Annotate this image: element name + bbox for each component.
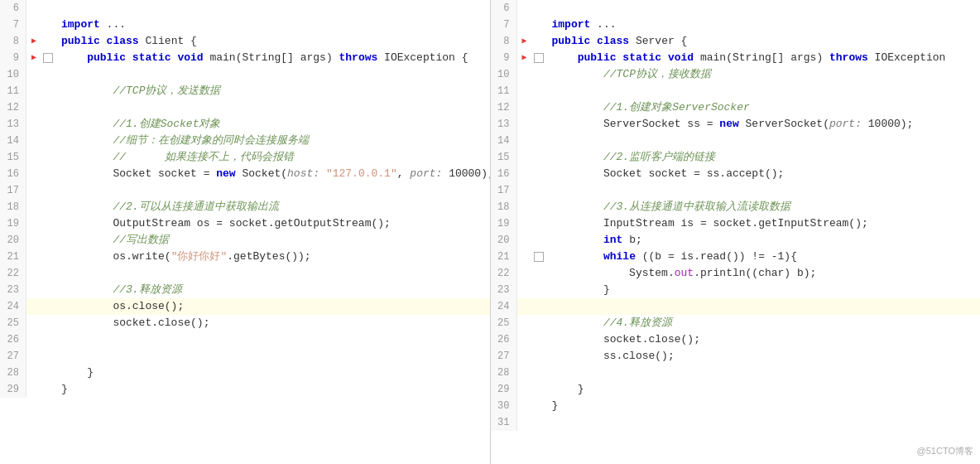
line-number: 26 — [491, 331, 517, 348]
code-content: Socket socket = ss.accept(); — [545, 166, 981, 182]
code-line: 30 } — [491, 398, 981, 414]
code-line: 18 //2.可以从连接通道中获取输出流 — [0, 199, 490, 215]
line-number: 6 — [0, 0, 26, 17]
line-number: 9 — [0, 50, 26, 66]
line-number: 23 — [0, 282, 26, 298]
debug-arrow — [26, 33, 41, 50]
code-line: 10 — [0, 66, 490, 83]
line-number: 10 — [0, 66, 26, 83]
code-line: 23 //3.释放资源 — [0, 282, 490, 298]
code-line: 27 ss.close(); — [491, 348, 981, 365]
code-content: os.close(); — [55, 298, 490, 315]
code-line: 25 //4.释放资源 — [491, 315, 981, 331]
line-number: 19 — [0, 215, 26, 232]
code-line: 13 ServerSocket ss = new ServerSocket(po… — [491, 116, 981, 133]
code-content: while ((b = is.read()) != -1){ — [545, 249, 981, 265]
code-line: 14 — [491, 133, 981, 149]
code-content: Socket socket = new Socket(host: "127.0.… — [55, 166, 491, 182]
code-content: //TCP协议，接收数据 — [545, 66, 981, 83]
code-content: //4.释放资源 — [545, 315, 981, 331]
code-content: } — [55, 365, 490, 381]
line-number: 18 — [491, 199, 517, 215]
code-content: public class Server { — [545, 33, 981, 50]
code-line: 18 //3.从连接通道中获取输入流读取数据 — [491, 199, 981, 215]
line-number: 20 — [0, 232, 26, 249]
code-line: 28 } — [0, 365, 490, 381]
code-content: OutputStream os = socket.getOutputStream… — [55, 215, 490, 232]
code-line: 13 //1.创建Socket对象 — [0, 116, 490, 133]
code-content: ServerSocket ss = new ServerSocket(port:… — [545, 116, 981, 133]
code-line: 26 socket.close(); — [491, 331, 981, 348]
code-content: public static void main(String[] args) t… — [55, 50, 490, 66]
code-line: 6 — [0, 0, 490, 17]
line-number: 27 — [491, 348, 517, 365]
code-line: 9 public static void main(String[] args)… — [0, 50, 490, 66]
code-content: //细节：在创建对象的同时会连接服务端 — [55, 133, 490, 149]
code-content: InputStream is = socket.getInputStream()… — [545, 215, 981, 232]
code-content: //3.释放资源 — [55, 282, 490, 298]
code-line: 25 socket.close(); — [0, 315, 490, 331]
code-line: 23 } — [491, 282, 981, 298]
line-number: 8 — [491, 33, 517, 50]
debug-indicator — [41, 53, 55, 63]
line-number: 21 — [491, 249, 517, 265]
line-number: 15 — [0, 149, 26, 166]
code-line: 27 — [0, 348, 490, 365]
code-line: 17 — [0, 182, 490, 199]
code-content: } — [55, 381, 490, 398]
code-content: //2.监听客户端的链接 — [545, 149, 981, 166]
code-line: 29 } — [491, 381, 981, 398]
line-number: 22 — [491, 265, 517, 282]
line-number: 29 — [0, 381, 26, 398]
line-number: 28 — [491, 365, 517, 381]
code-line: 24 os.close(); — [0, 298, 490, 315]
code-content: //1.创建Socket对象 — [55, 116, 490, 133]
debug-indicator — [532, 252, 545, 262]
line-number: 20 — [491, 232, 517, 249]
code-line: 10 //TCP协议，接收数据 — [491, 66, 981, 83]
line-number: 30 — [491, 398, 517, 414]
line-number: 13 — [0, 116, 26, 133]
code-content: int b; — [545, 232, 981, 249]
line-number: 31 — [491, 414, 517, 431]
code-line: 21 os.write("你好你好".getBytes()); — [0, 249, 490, 265]
code-content: } — [545, 381, 981, 398]
code-line: 20 int b; — [491, 232, 981, 249]
line-number: 11 — [491, 83, 517, 99]
code-content: //3.从连接通道中获取输入流读取数据 — [545, 199, 981, 215]
line-number: 13 — [491, 116, 517, 133]
line-number: 10 — [491, 66, 517, 83]
code-line: 6 — [491, 0, 981, 17]
line-number: 16 — [0, 166, 26, 182]
code-line: 15 // 如果连接不上，代码会报错 — [0, 149, 490, 166]
debug-arrow — [517, 33, 532, 50]
line-number: 14 — [0, 133, 26, 149]
code-line: 19 OutputStream os = socket.getOutputStr… — [0, 215, 490, 232]
line-number: 28 — [0, 365, 26, 381]
code-content: } — [545, 282, 981, 298]
right-pane: 6 7 import ... 8 public class Server { — [491, 0, 981, 464]
code-content: socket.close(); — [545, 331, 981, 348]
code-content: public class Client { — [55, 33, 490, 50]
code-line: 20 //写出数据 — [0, 232, 490, 249]
code-line: 22 — [0, 265, 490, 282]
line-number: 24 — [0, 298, 26, 315]
code-line: 28 — [491, 365, 981, 381]
code-content: System.out.println((char) b); — [545, 265, 981, 282]
line-number: 16 — [491, 166, 517, 182]
code-line: 7 import ... — [0, 17, 490, 33]
code-line: 29 } — [0, 381, 490, 398]
line-number: 12 — [0, 99, 26, 116]
code-line: 26 — [0, 331, 490, 348]
code-line: 11 — [491, 83, 981, 99]
debug-indicator — [532, 53, 545, 63]
line-number: 25 — [491, 315, 517, 331]
code-content: socket.close(); — [55, 315, 490, 331]
code-content: //1.创建对象ServerSocker — [545, 99, 981, 116]
line-number: 24 — [491, 298, 517, 315]
line-number: 29 — [491, 381, 517, 398]
line-number: 12 — [491, 99, 517, 116]
line-number: 8 — [0, 33, 26, 50]
line-number: 26 — [0, 331, 26, 348]
line-number: 6 — [491, 0, 517, 17]
